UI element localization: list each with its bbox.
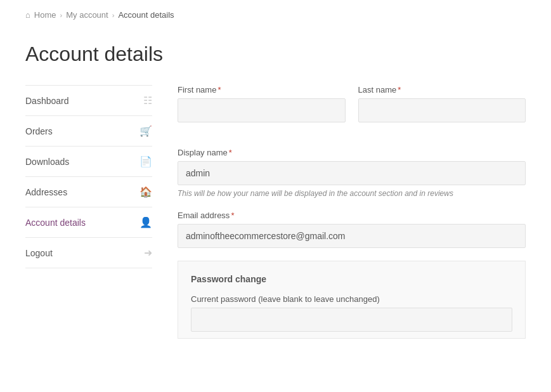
breadcrumb-home[interactable]: Home	[34, 10, 56, 20]
last-name-label: Last name*	[358, 85, 526, 95]
breadcrumb-sep-2: ›	[112, 11, 115, 19]
sidebar-label-account-details: Account details	[25, 218, 86, 228]
breadcrumb: ⌂ Home › My account › Account details	[0, 0, 551, 30]
addresses-icon: 🏠	[139, 186, 152, 198]
last-name-input[interactable]	[358, 98, 526, 122]
logout-icon: ➜	[144, 247, 152, 259]
first-name-label: First name*	[178, 85, 346, 95]
main-content: First name* Last name* Display name* Th	[152, 85, 526, 339]
first-name-group: First name*	[178, 85, 346, 122]
first-name-required: *	[217, 85, 221, 95]
sidebar-item-logout[interactable]: Logout ➜	[25, 238, 152, 268]
display-name-hint: This will be how your name will be displ…	[178, 189, 526, 198]
current-password-label: Current password (leave blank to leave u…	[191, 294, 512, 304]
sidebar-item-account-details[interactable]: Account details 👤	[25, 207, 152, 238]
sidebar-item-addresses[interactable]: Addresses 🏠	[25, 177, 152, 207]
password-section: Password change Current password (leave …	[178, 261, 526, 339]
display-name-label: Display name*	[178, 148, 526, 157]
downloads-icon: 📄	[139, 155, 152, 167]
current-password-group: Current password (leave blank to leave u…	[191, 294, 512, 332]
dashboard-icon: ☷	[143, 95, 152, 107]
sidebar-item-orders[interactable]: Orders 🛒	[25, 116, 152, 147]
email-input[interactable]	[178, 224, 526, 248]
page-container: Account details Dashboard ☷ Orders 🛒 Dow…	[0, 30, 551, 364]
sidebar-label-dashboard: Dashboard	[25, 96, 69, 106]
sidebar-label-addresses: Addresses	[25, 187, 67, 197]
display-name-group: Display name* This will be how your name…	[178, 148, 526, 198]
password-section-title: Password change	[191, 274, 512, 284]
content-layout: Dashboard ☷ Orders 🛒 Downloads 📄 Address…	[25, 85, 526, 339]
account-details-icon: 👤	[139, 216, 152, 228]
email-label: Email address*	[178, 211, 526, 220]
last-name-group: Last name*	[358, 85, 526, 122]
sidebar-label-logout: Logout	[25, 248, 53, 258]
last-name-required: *	[398, 85, 401, 95]
breadcrumb-my-account[interactable]: My account	[66, 10, 108, 20]
home-icon: ⌂	[25, 10, 30, 20]
sidebar-label-downloads: Downloads	[25, 157, 69, 167]
orders-icon: 🛒	[139, 125, 152, 137]
email-required: *	[231, 211, 234, 220]
display-name-required: *	[229, 148, 232, 157]
sidebar-item-downloads[interactable]: Downloads 📄	[25, 147, 152, 177]
current-password-input[interactable]	[191, 308, 512, 332]
first-name-input[interactable]	[178, 98, 346, 122]
name-row: First name* Last name*	[178, 85, 526, 135]
page-title: Account details	[25, 42, 526, 66]
sidebar: Dashboard ☷ Orders 🛒 Downloads 📄 Address…	[25, 85, 152, 339]
display-name-input[interactable]	[178, 161, 526, 185]
email-group: Email address*	[178, 211, 526, 248]
breadcrumb-sep-1: ›	[60, 11, 63, 19]
sidebar-item-dashboard[interactable]: Dashboard ☷	[25, 85, 152, 116]
sidebar-label-orders: Orders	[25, 126, 53, 136]
breadcrumb-current: Account details	[118, 10, 174, 20]
